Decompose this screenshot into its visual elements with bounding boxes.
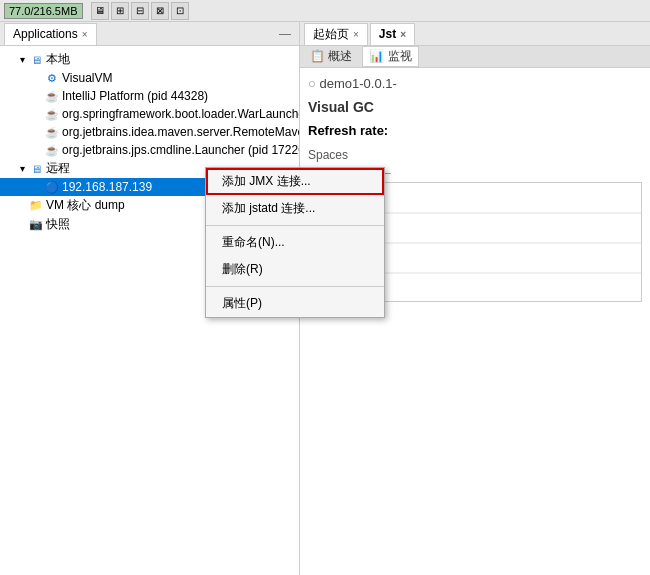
tab-jst-close[interactable]: × [400, 29, 406, 40]
left-panel: Applications × — ▾ 🖥 本地 ⚙ VisualVM [0, 22, 300, 575]
expand-local[interactable]: ▾ [16, 54, 28, 65]
sub-tab-overview[interactable]: 📋 概述 [304, 47, 358, 66]
tree-item-local[interactable]: ▾ 🖥 本地 [0, 50, 299, 69]
sub-tab-bar: 📋 概述 📊 监视 [300, 46, 650, 68]
tab-home-label: 起始页 [313, 26, 349, 43]
local-icon: 🖥 [28, 52, 44, 68]
expand-remote[interactable]: ▾ [16, 163, 28, 174]
minimize-button[interactable]: — [275, 27, 295, 41]
context-menu-sep1 [206, 225, 384, 226]
host-icon: 🔵 [44, 179, 60, 195]
maven-label: org.jetbrains.idea.maven.server.RemoteMa… [62, 125, 299, 139]
context-menu-rename[interactable]: 重命名(N)... [206, 229, 384, 256]
applications-tab[interactable]: Applications × [4, 23, 97, 45]
sub-tab-monitor[interactable]: 📊 监视 [362, 46, 418, 67]
app-title: ○ demo1-0.0.1- [308, 76, 642, 91]
visual-gc-title: Visual GC [308, 99, 642, 115]
monitor-label: 监视 [388, 49, 412, 63]
context-menu-sep2 [206, 286, 384, 287]
memory-indicator: 77.0/216.5MB [4, 3, 83, 19]
remote-label: 远程 [46, 160, 70, 177]
context-menu-delete[interactable]: 删除(R) [206, 256, 384, 283]
context-menu-add-jstatd[interactable]: 添加 jstatd 连接... [206, 195, 384, 222]
vmcore-label: VM 核心 dump [46, 197, 125, 214]
tree-item-maven[interactable]: ☕ org.jetbrains.idea.maven.server.Remote… [0, 123, 299, 141]
tree-item-jps[interactable]: ☕ org.jetbrains.jps.cmdline.Launcher (pi… [0, 141, 299, 159]
tab-home-close[interactable]: × [353, 29, 359, 40]
toolbar-icon-monitor[interactable]: 🖥 [91, 2, 109, 20]
warlaunch-label: org.springframework.boot.loader.WarLaunc… [62, 107, 299, 121]
vmcore-icon: 📁 [28, 198, 44, 214]
main-container: Applications × — ▾ 🖥 本地 ⚙ VisualVM [0, 22, 650, 575]
visualvm-label: VisualVM [62, 71, 112, 85]
jps-icon: ☕ [44, 142, 60, 158]
toolbar: 77.0/216.5MB 🖥 ⊞ ⊟ ⊠ ⊡ [0, 0, 650, 22]
applications-tab-label: Applications [13, 27, 78, 41]
tree-item-warlaunch[interactable]: ☕ org.springframework.boot.loader.WarLau… [0, 105, 299, 123]
tree-item-visualvm[interactable]: ⚙ VisualVM [0, 69, 299, 87]
overview-label: 概述 [328, 49, 352, 63]
intellij-icon: ☕ [44, 88, 60, 104]
refresh-rate-label: Refresh rate: [308, 123, 642, 138]
left-tab-bar: Applications × — [0, 22, 299, 46]
applications-tab-close[interactable]: × [82, 29, 88, 40]
maven-icon: ☕ [44, 124, 60, 140]
context-menu: 添加 JMX 连接... 添加 jstatd 连接... 重命名(N)... 删… [205, 167, 385, 318]
tab-jst-label: Jst [379, 27, 396, 41]
right-tab-bar: 起始页 × Jst × [300, 22, 650, 46]
local-label: 本地 [46, 51, 70, 68]
monitor-icon: 📊 [369, 49, 384, 63]
jps-label: org.jetbrains.jps.cmdline.Launcher (pid … [62, 143, 299, 157]
snapshot-label: 快照 [46, 216, 70, 233]
right-content: ○ demo1-0.0.1- Visual GC Refresh rate: S… [300, 68, 650, 575]
toolbar-icon-grid3[interactable]: ⊠ [151, 2, 169, 20]
tab-home[interactable]: 起始页 × [304, 23, 368, 45]
context-menu-properties[interactable]: 属性(P) [206, 290, 384, 317]
snapshot-icon: 📷 [28, 217, 44, 233]
remote-icon: 🖥 [28, 161, 44, 177]
toolbar-icon-grid1[interactable]: ⊞ [111, 2, 129, 20]
tree-item-intellij[interactable]: ☕ IntelliJ Platform (pid 44328) [0, 87, 299, 105]
app-name-label: demo1-0.0.1- [319, 76, 396, 91]
warlaunch-icon: ☕ [44, 106, 60, 122]
host-label: 192.168.187.139 [62, 180, 152, 194]
toolbar-icon-grid2[interactable]: ⊟ [131, 2, 149, 20]
intellij-label: IntelliJ Platform (pid 44328) [62, 89, 208, 103]
overview-icon: 📋 [310, 49, 325, 63]
visualvm-icon: ⚙ [44, 70, 60, 86]
context-menu-add-jmx[interactable]: 添加 JMX 连接... [206, 168, 384, 195]
spaces-label: Spaces [308, 148, 642, 162]
tab-jst[interactable]: Jst × [370, 23, 415, 45]
toolbar-icon-grid4[interactable]: ⊡ [171, 2, 189, 20]
